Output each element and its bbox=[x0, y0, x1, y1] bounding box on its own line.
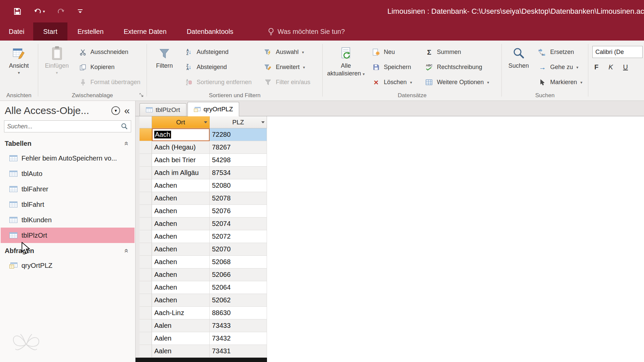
cell-ort[interactable]: Aachen bbox=[152, 179, 210, 192]
tell-me-box[interactable]: Was möchten Sie tun? bbox=[268, 22, 345, 41]
cell-plz[interactable]: 52080 bbox=[210, 179, 267, 192]
row-selector[interactable] bbox=[140, 154, 152, 167]
row-selector[interactable] bbox=[140, 192, 152, 205]
row-selector[interactable] bbox=[140, 281, 152, 294]
row-selector[interactable] bbox=[140, 205, 152, 218]
cell-ort[interactable]: Aalen bbox=[152, 332, 210, 345]
doc-tab-qryortplz[interactable]: qryOrtPLZ bbox=[187, 102, 239, 116]
cell-plz[interactable]: 52076 bbox=[210, 205, 267, 218]
cell-ort[interactable]: Aach bbox=[152, 128, 210, 141]
select-all-header[interactable] bbox=[140, 116, 152, 128]
customize-qat-button[interactable] bbox=[77, 8, 83, 14]
cell-plz[interactable]: 73431 bbox=[210, 345, 267, 358]
filter-button[interactable]: Filtern bbox=[148, 43, 180, 70]
nav-pane-collapse-button[interactable]: « bbox=[124, 106, 130, 116]
cell-plz[interactable]: 88630 bbox=[210, 307, 267, 319]
tab-erstellen[interactable]: Erstellen bbox=[67, 22, 114, 41]
row-selector[interactable] bbox=[140, 307, 152, 319]
cell-ort[interactable]: Aalen bbox=[152, 319, 210, 332]
nav-item-query[interactable]: qryOrtPLZ bbox=[1, 258, 135, 273]
row-selector[interactable] bbox=[140, 345, 152, 358]
totals-button[interactable]: Σ Summen bbox=[421, 45, 492, 60]
row-selector[interactable] bbox=[140, 256, 152, 268]
font-name-select[interactable]: Calibri (De bbox=[592, 46, 643, 58]
cell-ort[interactable]: Aach (Hegau) bbox=[152, 141, 210, 154]
tab-externe-daten[interactable]: Externe Daten bbox=[114, 22, 177, 41]
cell-ort[interactable]: Aalen bbox=[152, 345, 210, 358]
row-selector[interactable] bbox=[140, 332, 152, 345]
remove-sort-button[interactable]: AZ Sortierung entfernen bbox=[180, 75, 255, 90]
cell-plz[interactable]: 78267 bbox=[210, 141, 267, 154]
cell-plz[interactable]: 52070 bbox=[210, 243, 267, 256]
cell-ort[interactable]: Aachen bbox=[152, 192, 210, 205]
cell-ort[interactable]: Aach bei Trier bbox=[152, 154, 210, 167]
cell-ort[interactable]: Aachen bbox=[152, 256, 210, 268]
cell-ort[interactable]: Aachen bbox=[152, 243, 210, 256]
sort-ascending-button[interactable]: AZ↓ Aufsteigend bbox=[180, 45, 255, 60]
row-selector[interactable] bbox=[140, 319, 152, 332]
nav-item-table[interactable]: tblAuto bbox=[1, 166, 135, 181]
replace-button[interactable]: ab ac Ersetzen bbox=[534, 45, 586, 60]
redo-button[interactable] bbox=[57, 8, 65, 15]
cell-plz[interactable]: 73433 bbox=[210, 319, 267, 332]
cell-plz[interactable]: 87534 bbox=[210, 167, 267, 179]
cell-plz[interactable]: 54298 bbox=[210, 154, 267, 167]
more-options-button[interactable]: Weitere Optionen ▾ bbox=[421, 75, 492, 90]
collapse-section-icon[interactable]: « bbox=[122, 141, 131, 145]
cell-plz[interactable]: 52064 bbox=[210, 281, 267, 294]
column-dropdown-icon[interactable] bbox=[261, 121, 265, 123]
nav-search-input[interactable] bbox=[7, 123, 121, 130]
cell-plz[interactable]: 52066 bbox=[210, 268, 267, 281]
cell-plz[interactable]: 73432 bbox=[210, 332, 267, 345]
cell-ort[interactable]: Aachen bbox=[152, 294, 210, 307]
undo-button[interactable]: ▾ bbox=[34, 8, 45, 15]
selection-filter-button[interactable]: Auswahl ▾ bbox=[260, 45, 314, 60]
row-selector[interactable] bbox=[140, 294, 152, 307]
bold-button[interactable]: F bbox=[594, 63, 598, 71]
cell-ort[interactable]: Aachen bbox=[152, 205, 210, 218]
goto-button[interactable]: → Gehe zu ▾ bbox=[534, 60, 586, 75]
nav-section-tabellen[interactable]: Tabellen « bbox=[0, 136, 135, 150]
cell-plz[interactable]: 52062 bbox=[210, 294, 267, 307]
nav-item-table[interactable]: tblFahrt bbox=[1, 197, 135, 212]
cell-plz[interactable]: 52072 bbox=[210, 230, 267, 243]
cell-plz[interactable]: 52078 bbox=[210, 192, 267, 205]
delete-record-button[interactable]: × Löschen ▾ bbox=[368, 75, 415, 90]
nav-item-table[interactable]: tblFahrer bbox=[1, 181, 135, 197]
column-header-plz[interactable]: PLZ bbox=[210, 116, 267, 128]
paste-button[interactable]: Einfügen ▾ bbox=[40, 43, 74, 75]
nav-item-table[interactable]: tblPlzOrt bbox=[1, 228, 135, 243]
tab-datenbanktools[interactable]: Datenbanktools bbox=[177, 22, 244, 41]
view-button[interactable]: Ansicht ▾ bbox=[2, 43, 36, 75]
find-button[interactable]: Suchen bbox=[503, 43, 534, 70]
tab-datei[interactable]: Datei bbox=[0, 22, 33, 41]
format-painter-button[interactable]: Format übertragen bbox=[74, 75, 144, 90]
select-button[interactable]: Markieren ▾ bbox=[534, 75, 586, 90]
new-record-button[interactable]: Neu bbox=[368, 45, 415, 60]
cell-ort[interactable]: Aachen bbox=[152, 281, 210, 294]
row-selector[interactable] bbox=[140, 167, 152, 179]
toggle-filter-button[interactable]: Filter ein/aus bbox=[260, 75, 314, 90]
copy-button[interactable]: Kopieren bbox=[74, 60, 144, 75]
clipboard-dialog-launcher[interactable] bbox=[139, 93, 144, 99]
refresh-all-button[interactable]: Alle aktualisieren ▾ bbox=[324, 43, 368, 77]
nav-item-table[interactable]: tblKunden bbox=[1, 212, 135, 228]
cell-ort[interactable]: Aach-Linz bbox=[152, 307, 210, 319]
nav-item-table[interactable]: Fehler beim AutoSpeichern vo... bbox=[1, 150, 135, 166]
cut-button[interactable]: Ausschneiden bbox=[74, 45, 144, 60]
row-selector[interactable] bbox=[140, 230, 152, 243]
italic-button[interactable]: K bbox=[608, 63, 613, 71]
underline-button[interactable]: U bbox=[623, 63, 628, 71]
row-selector[interactable] bbox=[140, 128, 152, 141]
row-selector[interactable] bbox=[140, 141, 152, 154]
row-selector[interactable] bbox=[140, 268, 152, 281]
nav-pane-menu-button[interactable]: ▼ bbox=[111, 106, 120, 115]
cell-ort[interactable]: Aachen bbox=[152, 230, 210, 243]
tab-start[interactable]: Start bbox=[33, 22, 67, 41]
cell-plz[interactable]: 52068 bbox=[210, 256, 267, 268]
cell-ort[interactable]: Aachen bbox=[152, 218, 210, 230]
collapse-section-icon[interactable]: « bbox=[122, 249, 131, 253]
nav-section-abfragen[interactable]: Abfragen « bbox=[0, 243, 135, 258]
cell-plz[interactable]: 52074 bbox=[210, 218, 267, 230]
column-header-ort[interactable]: Ort bbox=[152, 116, 210, 128]
